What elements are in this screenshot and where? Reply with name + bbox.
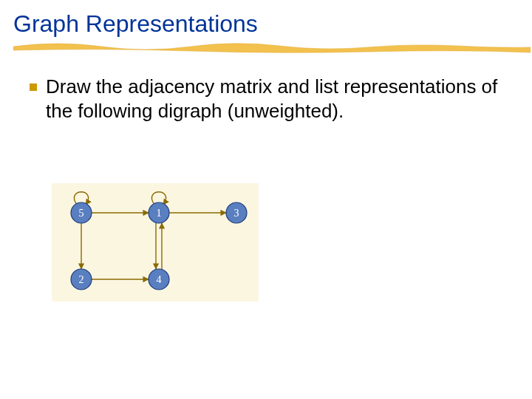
digraph-diagram: 51324 — [52, 183, 259, 301]
bullet-square-icon — [30, 83, 37, 91]
bullet-text: Draw the adjacency matrix and list repre… — [46, 75, 502, 123]
slide-title: Graph Representations — [13, 10, 519, 38]
graph-node-label: 4 — [157, 274, 162, 285]
title-underline — [13, 39, 519, 55]
graph-node-label: 5 — [79, 208, 84, 219]
graph-node-label: 2 — [79, 274, 84, 285]
graph-node-label: 1 — [157, 208, 162, 219]
bullet-item: Draw the adjacency matrix and list repre… — [30, 75, 502, 123]
graph-node-label: 3 — [234, 208, 239, 219]
